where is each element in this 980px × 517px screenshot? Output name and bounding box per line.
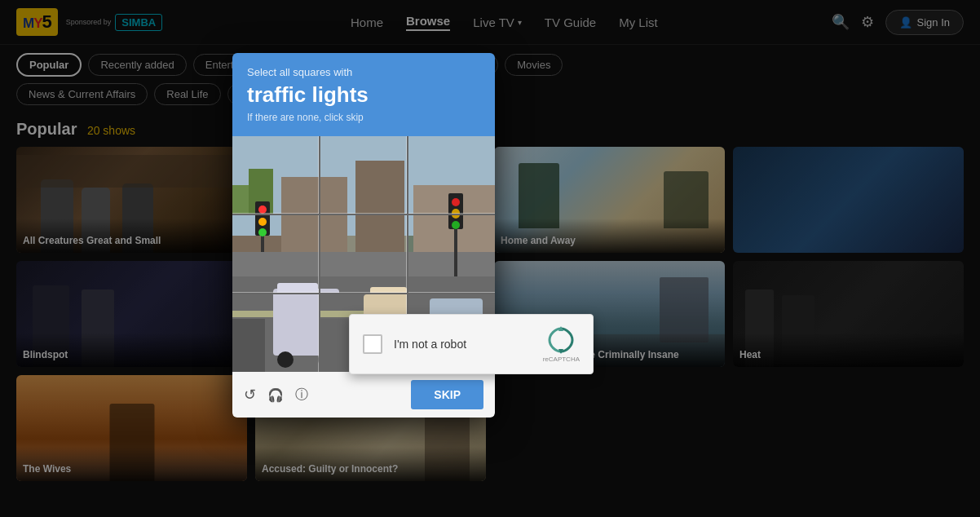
captcha-header: Select all squares with traffic lights I… — [232, 53, 495, 136]
recaptcha-spinner-icon — [547, 326, 575, 354]
captcha-info-button[interactable]: ⓘ — [295, 387, 308, 404]
captcha-cell-1[interactable] — [320, 136, 407, 214]
captcha-actions: ↺ 🎧 ⓘ — [244, 386, 308, 404]
captcha-skip-button[interactable]: SKIP — [411, 380, 483, 409]
captcha-cell-0[interactable] — [232, 136, 319, 214]
svg-point-133 — [452, 221, 460, 229]
captcha-sub: If there are none, click skip — [247, 112, 480, 123]
svg-rect-123 — [408, 276, 495, 293]
captcha-footer: ↺ 🎧 ⓘ SKIP — [232, 372, 495, 418]
recaptcha-label: I'm not a robot — [394, 338, 543, 351]
captcha-cell-3[interactable] — [232, 215, 319, 293]
recaptcha-brand: reCAPTCHA — [543, 356, 580, 363]
svg-rect-105 — [232, 252, 319, 276]
svg-rect-136 — [273, 294, 319, 356]
captcha-cell-4[interactable] — [320, 215, 407, 293]
captcha-refresh-button[interactable]: ↺ — [244, 386, 256, 404]
svg-point-85 — [452, 198, 460, 206]
svg-rect-120 — [320, 252, 407, 276]
svg-rect-128 — [408, 252, 495, 276]
svg-rect-3 — [281, 177, 319, 214]
svg-point-137 — [277, 351, 294, 368]
recaptcha-box[interactable]: I'm not a robot reCAPTCHA — [349, 314, 594, 374]
recaptcha-logo: reCAPTCHA — [543, 326, 580, 363]
captcha-cell-6[interactable] — [232, 294, 319, 372]
svg-point-96 — [258, 218, 267, 226]
svg-rect-33 — [320, 177, 347, 214]
svg-rect-34 — [355, 161, 404, 214]
captcha-challenge: traffic lights — [247, 82, 480, 108]
recaptcha-checkbox[interactable] — [363, 334, 382, 354]
captcha-cell-2[interactable] — [408, 136, 495, 214]
svg-rect-139 — [232, 319, 265, 372]
captcha-instruction: Select all squares with — [247, 66, 480, 78]
captcha-cell-5[interactable] — [408, 215, 495, 293]
captcha-audio-button[interactable]: 🎧 — [267, 387, 284, 403]
svg-point-97 — [258, 228, 267, 236]
